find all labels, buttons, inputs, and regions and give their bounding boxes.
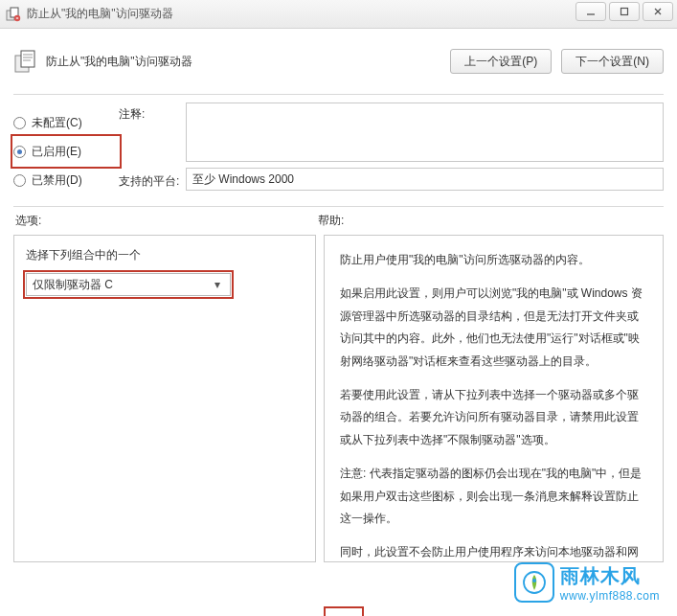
watermark-icon <box>514 562 554 603</box>
combo-value: 仅限制驱动器 C <box>33 277 211 293</box>
radio-label: 未配置(C) <box>32 115 82 131</box>
help-paragraph: 如果启用此设置，则用户可以浏览"我的电脑"或 Windows 资源管理器中所选驱… <box>340 283 647 373</box>
drive-restriction-combo[interactable]: 仅限制驱动器 C ▾ <box>26 273 231 296</box>
help-panel: 防止用户使用"我的电脑"访问所选驱动器的内容。 如果启用此设置，则用户可以浏览"… <box>324 235 664 562</box>
page-title: 防止从"我的电脑"访问驱动器 <box>46 54 450 70</box>
minimize-button[interactable] <box>575 2 606 21</box>
divider <box>13 206 664 207</box>
radio-label: 已启用(E) <box>32 144 81 160</box>
options-heading: 选项: <box>15 214 41 227</box>
app-icon <box>6 7 21 22</box>
help-heading: 帮助: <box>318 214 344 227</box>
radio-icon <box>13 146 26 158</box>
watermark-url: www.ylmf888.com <box>560 589 660 603</box>
svg-rect-3 <box>16 17 18 18</box>
prev-setting-button[interactable]: 上一个设置(P) <box>450 49 552 74</box>
help-paragraph: 防止用户使用"我的电脑"访问所选驱动器的内容。 <box>340 249 647 271</box>
radio-icon <box>13 117 26 129</box>
radio-not-configured[interactable]: 未配置(C) <box>13 108 119 137</box>
help-paragraph: 同时，此设置不会防止用户使用程序来访问本地驱动器和网络驱动器。也不会防止他们使用… <box>340 541 647 562</box>
window-title: 防止从"我的电脑"访问驱动器 <box>27 6 173 22</box>
divider <box>13 94 664 95</box>
maximize-button[interactable] <box>609 2 640 21</box>
help-paragraph: 注意: 代表指定驱动器的图标仍会出现在"我的电脑"中，但是如果用户双击这些图标，… <box>340 463 647 530</box>
watermark: 雨林木风 www.ylmf888.com <box>514 562 660 603</box>
close-button[interactable] <box>643 2 673 21</box>
next-setting-button[interactable]: 下一个设置(N) <box>561 49 664 74</box>
help-paragraph: 若要使用此设置，请从下拉列表中选择一个驱动器或多个驱动器的组合。若要允许访问所有… <box>340 384 647 451</box>
comment-label: 注释: <box>119 103 186 123</box>
chevron-down-icon: ▾ <box>211 278 224 291</box>
header-row: 防止从"我的电脑"访问驱动器 上一个设置(P) 下一个设置(N) <box>13 38 664 84</box>
policy-icon <box>13 48 40 75</box>
radio-icon <box>13 174 26 187</box>
options-panel: 选择下列组合中的一个 仅限制驱动器 C ▾ <box>13 235 316 562</box>
titlebar: 防止从"我的电脑"访问驱动器 <box>0 0 677 29</box>
window-controls <box>575 2 673 21</box>
combo-label: 选择下列组合中的一个 <box>26 247 304 263</box>
radio-group: 未配置(C) 已启用(E) 已禁用(D) <box>13 103 119 196</box>
svg-rect-9 <box>21 51 34 67</box>
svg-point-14 <box>532 579 536 582</box>
svg-rect-5 <box>621 9 628 15</box>
platform-label: 支持的平台: <box>119 170 186 190</box>
highlight-stub <box>324 606 364 616</box>
watermark-brand: 雨林木风 <box>560 563 660 589</box>
platform-field: 至少 Windows 2000 <box>186 168 664 191</box>
radio-label: 已禁用(D) <box>32 172 82 189</box>
comment-textarea[interactable] <box>186 103 664 162</box>
radio-enabled[interactable]: 已启用(E) <box>13 137 119 166</box>
radio-disabled[interactable]: 已禁用(D) <box>13 166 119 194</box>
